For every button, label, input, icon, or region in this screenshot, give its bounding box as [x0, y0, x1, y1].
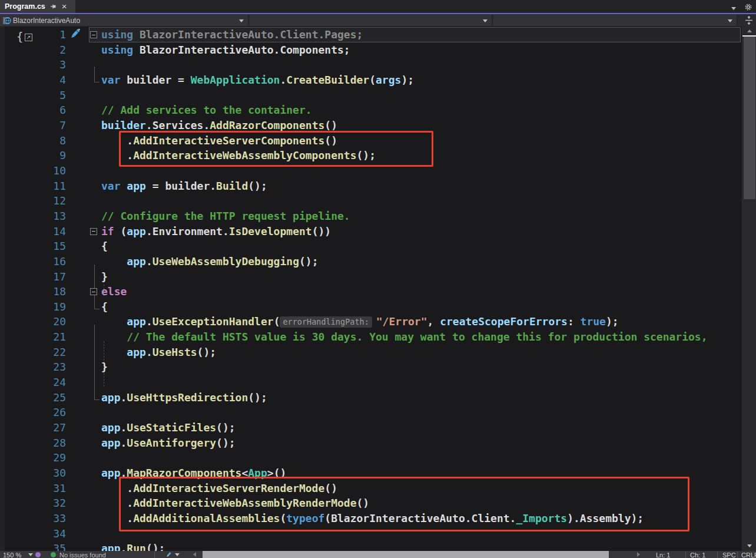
code-line[interactable]: 28app.UseAntiforgery();: [0, 435, 742, 451]
code-line[interactable]: 26: [0, 405, 742, 420]
member-dropdown[interactable]: [493, 15, 737, 26]
code-line[interactable]: 5: [0, 88, 742, 103]
pin-icon[interactable]: [50, 3, 57, 10]
line-number: 16: [0, 255, 66, 269]
code-line[interactable]: 22 app.UseHsts();: [0, 345, 742, 360]
token-p: = builder.: [146, 180, 216, 192]
token-v: app: [101, 421, 121, 434]
status-encoding: SPC: [722, 552, 736, 558]
code-cleanup-dropdown-icon[interactable]: [175, 553, 180, 556]
highlight-box-add-render-modes: [119, 477, 689, 531]
token-p: (: [121, 225, 127, 237]
token-v: app: [101, 437, 121, 449]
token-p: [101, 255, 127, 268]
scroll-right-icon[interactable]: [637, 552, 640, 557]
chevron-down-icon: [483, 19, 488, 22]
code-line[interactable]: 19{: [0, 299, 742, 315]
code-line[interactable]: 6// Add services to the container.: [0, 103, 742, 118]
line-number: 8: [0, 134, 66, 148]
edit-pen-icon[interactable]: [68, 27, 82, 44]
token-m: CreateBuilder: [286, 74, 369, 86]
fold-collapse-icon[interactable]: [90, 31, 97, 38]
code-line[interactable]: 20 app.UseExceptionHandler(errorHandling…: [0, 314, 742, 329]
type-dropdown[interactable]: [250, 15, 492, 26]
line-number: 24: [0, 375, 66, 389]
token-v: app: [127, 315, 146, 328]
token-kdim: using: [101, 28, 140, 41]
issues-status-text[interactable]: No issues found: [59, 552, 106, 558]
code-line[interactable]: 24: [0, 375, 742, 390]
code-text: var app = builder.Build();: [101, 179, 267, 193]
token-v: builder: [101, 119, 146, 131]
code-line[interactable]: 14if (app.Environment.IsDevelopment()): [0, 224, 742, 239]
vertical-scrollbar[interactable]: [742, 27, 756, 551]
close-icon[interactable]: ×: [62, 3, 67, 10]
vertical-scrollbar-thumb[interactable]: [744, 37, 755, 199]
code-line[interactable]: 11var app = builder.Build();: [0, 179, 742, 194]
line-number: 5: [0, 88, 66, 103]
token-k: var: [101, 180, 127, 192]
line-number: 10: [0, 164, 66, 178]
code-line[interactable]: 4var builder = WebApplication.CreateBuil…: [0, 72, 742, 88]
zoom-dropdown-icon[interactable]: [28, 553, 33, 556]
code-line[interactable]: 29: [0, 450, 742, 465]
token-p: );: [606, 315, 619, 328]
token-p: [101, 346, 127, 358]
token-p: );: [401, 74, 414, 86]
token-m: UseStaticFiles: [127, 421, 216, 434]
code-text: using BlazorInteractiveAuto.Client.Pages…: [101, 28, 363, 42]
code-line[interactable]: 16 app.UseWebAssemblyDebugging();: [0, 254, 742, 269]
feedback-icon[interactable]: [35, 552, 41, 557]
fold-collapse-icon[interactable]: [90, 288, 97, 295]
line-number: 29: [0, 451, 66, 465]
chevron-down-icon: [239, 19, 244, 22]
split-window-icon[interactable]: [744, 16, 754, 27]
code-line[interactable]: 3: [0, 57, 742, 72]
gear-icon[interactable]: [744, 3, 752, 14]
project-dropdown[interactable]: BlazorInteractiveAuto: [0, 15, 248, 26]
code-line[interactable]: 13// Configure the HTTP request pipeline…: [0, 209, 742, 224]
tab-list-dropdown-icon[interactable]: [731, 7, 736, 10]
token-p: (: [369, 74, 376, 86]
code-text: app.UseHttpsRedirection();: [101, 391, 267, 405]
code-cleanup-pencil-icon[interactable]: [165, 552, 172, 558]
token-m: Build: [216, 180, 248, 192]
code-line[interactable]: 18else: [0, 284, 742, 299]
token-v: app: [101, 391, 121, 404]
code-text: app.UseHsts();: [101, 345, 216, 359]
code-line[interactable]: 27app.UseStaticFiles();: [0, 420, 742, 435]
health-check-icon[interactable]: [51, 552, 56, 557]
line-number: 19: [0, 300, 66, 314]
divider: [737, 552, 738, 558]
token-m: UseExceptionHandler: [152, 315, 274, 328]
fold-collapse-icon[interactable]: [90, 228, 97, 235]
code-editor[interactable]: { ↗ 1using BlazorInteractiveAuto.Client.…: [0, 27, 756, 551]
code-line[interactable]: 12: [0, 193, 742, 209]
token-ctrl: if: [101, 225, 121, 237]
zoom-level-select[interactable]: 150 %: [3, 552, 21, 558]
code-line[interactable]: 21 // The default HSTS value is 30 days.…: [0, 329, 742, 345]
line-number: 26: [0, 405, 66, 420]
code-line[interactable]: 17}: [0, 269, 742, 285]
token-m: UseHsts: [152, 346, 197, 358]
code-line[interactable]: 1using BlazorInteractiveAuto.Client.Page…: [0, 27, 742, 42]
tab-program-cs[interactable]: Program.cs ×: [0, 0, 75, 13]
code-text: if (app.Environment.IsDevelopment()): [101, 224, 331, 239]
scroll-down-icon[interactable]: [747, 544, 752, 547]
token-v: app: [127, 255, 146, 268]
code-line[interactable]: 35app.Run();: [0, 541, 742, 551]
scroll-left-icon[interactable]: [193, 552, 196, 557]
token-p: ,: [427, 315, 440, 328]
horizontal-scrollbar-thumb[interactable]: [203, 551, 609, 558]
code-line[interactable]: 2using BlazorInteractiveAuto.Components;: [0, 42, 742, 58]
code-line[interactable]: 23}: [0, 359, 742, 375]
code-line[interactable]: 25app.UseHttpsRedirection();: [0, 390, 742, 405]
code-text: app.UseExceptionHandler(errorHandlingPat…: [101, 315, 619, 329]
token-p: [101, 331, 127, 343]
status-line-number: Ln: 1: [656, 552, 670, 558]
line-number: 25: [0, 391, 66, 405]
status-line-ending: CRLF: [741, 552, 756, 558]
line-number: 35: [0, 542, 66, 551]
code-line[interactable]: 15{: [0, 239, 742, 254]
scroll-up-icon[interactable]: [747, 29, 752, 32]
